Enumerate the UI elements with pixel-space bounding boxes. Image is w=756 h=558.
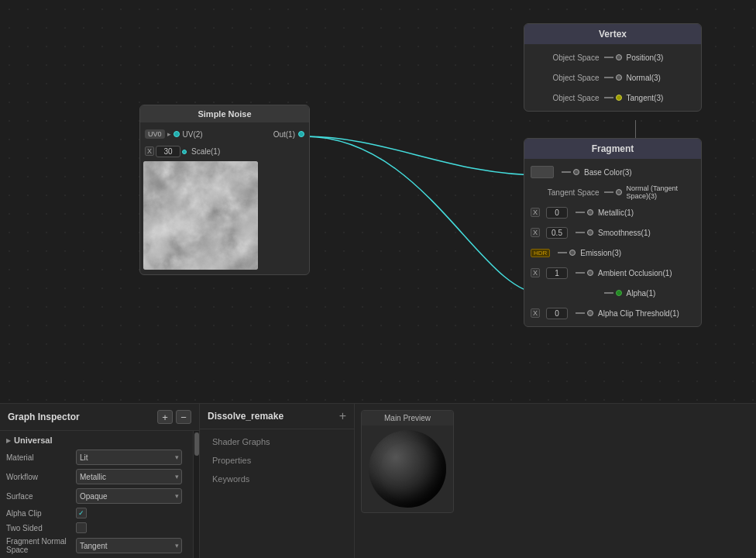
alpha-clip-checkbox[interactable]: ✓ <box>76 508 87 518</box>
vertex-norm-port-line <box>604 74 622 81</box>
fragment-normal-select[interactable]: Tangent World Object <box>76 538 182 553</box>
frag-smooth-row: X Smoothness(1) <box>524 222 701 243</box>
simple-noise-title: Simple Noise <box>140 105 309 122</box>
vertex-pos-port-label: Position(3) <box>627 53 696 62</box>
x-badge-scale: X <box>145 146 154 156</box>
frag-norm-label: Tangent Space <box>531 188 600 197</box>
noise-preview <box>143 161 258 270</box>
frag-smooth-x: X <box>531 228 540 237</box>
vertex-title: Vertex <box>524 24 701 44</box>
frag-ao-port-line <box>576 270 593 276</box>
inspector-remove-btn[interactable]: − <box>176 410 191 424</box>
scale-arrow <box>182 146 187 156</box>
simple-noise-node[interactable]: Simple Noise UV0 ▸ UV(2) Out(1) X Scale(… <box>139 105 310 275</box>
surface-label: Surface <box>6 492 76 501</box>
vertex-node[interactable]: Vertex Object Space Position(3) Object S… <box>524 23 702 112</box>
frag-basecolor-port-line <box>562 169 579 175</box>
surface-select[interactable]: Opaque Transparent <box>76 488 182 504</box>
frag-ao-port[interactable] <box>587 270 593 276</box>
inspector-controls: + − <box>157 410 191 424</box>
frag-metallic-input[interactable] <box>546 207 568 219</box>
bottom-area: Graph Inspector + − ▶ Universal Material… <box>0 403 756 558</box>
frag-basecolor-label: Base Color(3) <box>584 168 695 177</box>
inspector-scrollbar[interactable] <box>193 431 199 558</box>
out-port[interactable] <box>298 131 304 137</box>
frag-emission-label: Emission(3) <box>580 249 695 257</box>
vertex-norm-port[interactable] <box>616 74 622 81</box>
surface-row: Surface Opaque Transparent <box>6 488 193 504</box>
vertex-tan-port[interactable] <box>616 95 622 101</box>
vertex-norm-label: Object Space <box>531 74 600 82</box>
fragment-normal-row: Fragment Normal Space Tangent World Obje… <box>6 537 193 554</box>
workflow-select[interactable]: Metallic Specular <box>76 469 182 484</box>
frag-alpha-row: Alpha(1) <box>524 283 701 303</box>
uv-in-port[interactable] <box>174 131 180 137</box>
surface-select-wrapper[interactable]: Opaque Transparent <box>76 488 182 504</box>
vertex-pos-label: Object Space <box>531 53 600 62</box>
two-sided-checkbox[interactable] <box>76 522 87 533</box>
scale-in-port[interactable] <box>182 150 187 154</box>
main-preview-title: Main Preview <box>362 411 453 425</box>
frag-ao-connect <box>576 272 585 274</box>
canvas-area: Simple Noise UV0 ▸ UV(2) Out(1) X Scale(… <box>0 0 756 403</box>
frag-emission-row: HDR Emission(3) <box>524 243 701 263</box>
frag-norm-connect <box>604 191 613 193</box>
frag-alpha-label: Alpha(1) <box>627 289 696 298</box>
frag-smooth-port[interactable] <box>587 229 593 236</box>
frag-emission-port[interactable] <box>569 250 576 256</box>
vertex-tan-label: Object Space <box>531 94 600 102</box>
frag-alphaclip-port[interactable] <box>587 310 593 316</box>
graph-inspector: Graph Inspector + − ▶ Universal Material… <box>0 404 200 558</box>
frag-alphaclip-connect <box>576 312 585 314</box>
vertex-tan-port-line <box>604 95 622 101</box>
dissolve-tabs: Shader Graphs Properties Keywords <box>200 429 354 491</box>
frag-metallic-row: X Metallic(1) <box>524 202 701 222</box>
fragment-node[interactable]: Fragment Base Color(3) Tangent Space Nor… <box>524 138 702 327</box>
material-label: Material <box>6 453 76 462</box>
frag-basecolor-row: Base Color(3) <box>524 162 701 182</box>
fragment-normal-select-wrapper[interactable]: Tangent World Object <box>76 538 182 553</box>
frag-smooth-connect <box>576 232 585 233</box>
out-label: Out(1) <box>273 130 295 139</box>
inspector-add-btn[interactable]: + <box>157 410 173 424</box>
two-sided-label: Two Sided <box>6 524 76 532</box>
universal-section-header[interactable]: ▶ Universal <box>6 436 193 445</box>
frag-alpha-port[interactable] <box>616 290 622 296</box>
vertex-body: Object Space Position(3) Object Space No… <box>524 44 701 111</box>
scale-value-input[interactable] <box>156 146 180 157</box>
uv-tag: UV0 <box>145 129 165 139</box>
frag-smooth-input[interactable] <box>546 227 568 239</box>
workflow-select-wrapper[interactable]: Metallic Specular <box>76 469 182 484</box>
vertex-normal-row: Object Space Normal(3) <box>524 67 701 88</box>
frag-alpha-connect <box>604 292 613 294</box>
vertex-fragment-connector <box>635 120 636 139</box>
vertex-pos-port[interactable] <box>616 54 622 60</box>
frag-metallic-port-line <box>576 209 593 215</box>
vertex-tan-port-label: Tangent(3) <box>627 94 696 102</box>
node-row-uv: UV0 ▸ UV(2) Out(1) <box>140 126 309 143</box>
dissolve-tab-shader-graphs[interactable]: Shader Graphs <box>200 432 354 451</box>
frag-ao-label: Ambient Occlusion(1) <box>598 269 695 277</box>
main-preview-panel: Main Preview <box>355 404 756 558</box>
material-select[interactable]: Lit Unlit <box>76 450 182 465</box>
svg-rect-0 <box>143 161 258 270</box>
two-sided-row: Two Sided <box>6 522 193 533</box>
frag-ao-input[interactable] <box>546 267 568 279</box>
frag-metallic-connect <box>576 212 585 213</box>
fragment-title: Fragment <box>524 139 701 159</box>
frag-metallic-x: X <box>531 208 540 217</box>
vertex-pos-port-line <box>604 54 622 60</box>
dissolve-tab-properties[interactable]: Properties <box>200 451 354 470</box>
material-select-wrapper[interactable]: Lit Unlit <box>76 450 182 465</box>
simple-noise-body: UV0 ▸ UV(2) Out(1) X Scale(1) <box>140 122 309 274</box>
frag-metallic-port[interactable] <box>587 209 593 215</box>
dissolve-tab-keywords[interactable]: Keywords <box>200 470 354 488</box>
dissolve-add-btn[interactable]: + <box>339 410 346 422</box>
vertex-tan-connect <box>604 97 613 98</box>
frag-alphaclip-input[interactable] <box>546 308 568 319</box>
frag-basecolor-port[interactable] <box>573 169 579 175</box>
frag-norm-port[interactable] <box>616 189 622 195</box>
vertex-norm-port-label: Normal(3) <box>627 74 696 82</box>
frag-norm-port-line <box>604 189 622 195</box>
inspector-scrollbar-thumb[interactable] <box>194 432 199 456</box>
